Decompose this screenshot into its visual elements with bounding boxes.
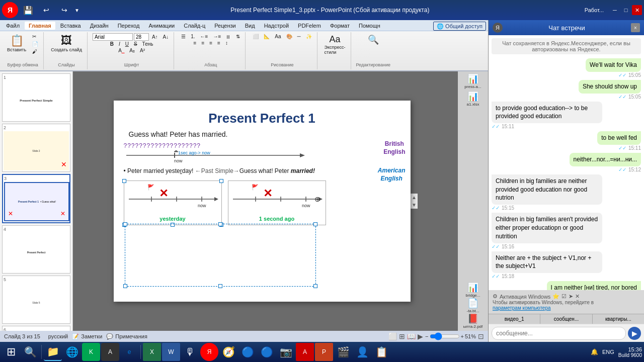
- file-icon-4[interactable]: 📄 -ta.bt...: [460, 298, 486, 313]
- slide-thumb-5[interactable]: 5 Slide 5: [2, 276, 70, 324]
- justify-btn[interactable]: ≡: [215, 40, 222, 46]
- chrome-btn[interactable]: 🔵: [238, 343, 257, 361]
- shapes-btn[interactable]: ⬜: [251, 33, 261, 40]
- comments-tab[interactable]: 💬 Примечания: [106, 333, 147, 340]
- align-center-btn[interactable]: ≡: [199, 40, 206, 46]
- subscript-btn[interactable]: A₂: [127, 47, 137, 54]
- user-btn[interactable]: 👤: [353, 343, 371, 361]
- menu-transitions[interactable]: Переход: [114, 22, 144, 30]
- align-right-btn[interactable]: ≡: [207, 40, 214, 46]
- line-btn[interactable]: ─: [295, 33, 303, 40]
- underline-btn[interactable]: U: [123, 41, 131, 47]
- zoom-slider[interactable]: [430, 332, 460, 340]
- video-tab[interactable]: видео_1: [489, 314, 540, 324]
- slide-thumb-2[interactable]: 2 Slide 2 ✕: [2, 124, 70, 172]
- cut-button[interactable]: ✂: [30, 33, 40, 40]
- slide-scroll-v[interactable]: ▲ ▼: [411, 194, 418, 209]
- top-taskbar[interactable]: Я 💾 ↩ ↪ ▼ Present Perfect Simple1_3.pptx…: [0, 0, 644, 20]
- menu-home[interactable]: Главная: [25, 22, 55, 30]
- file-icon-1[interactable]: 📊 press-a...: [460, 73, 486, 89]
- lang-indicator[interactable]: ENG: [600, 348, 616, 356]
- reading-view-btn[interactable]: 📖: [407, 332, 416, 340]
- italic-btn[interactable]: I: [117, 41, 122, 47]
- quickstyles-btn[interactable]: Aa: [273, 33, 283, 40]
- share-btn[interactable]: 🌐 Общий доступ: [433, 21, 486, 30]
- format-painter-button[interactable]: 🖌: [30, 48, 40, 55]
- fit-slide-btn[interactable]: ⊡: [478, 332, 484, 340]
- chat-input[interactable]: [492, 327, 626, 340]
- slideshow-btn[interactable]: ▶: [418, 332, 423, 340]
- menu-help[interactable]: Помощн: [355, 22, 384, 30]
- menu-pdfelem[interactable]: PDFelem: [294, 22, 325, 30]
- zoom-control[interactable]: − + 51%: [425, 332, 476, 340]
- menu-view[interactable]: Вид: [241, 22, 259, 30]
- clipboard-tb-btn[interactable]: 📋: [372, 343, 390, 361]
- slide-canvas-area[interactable]: Present Perfect 1 Guess what! Peter has …: [73, 71, 458, 331]
- notes-tab[interactable]: 📝 Заметки: [72, 333, 102, 340]
- superscript-btn[interactable]: A²: [138, 47, 147, 54]
- menu-review[interactable]: Рецензи: [210, 22, 240, 30]
- menu-slideshow[interactable]: Слайд-ц: [180, 22, 209, 30]
- decrease-font-btn[interactable]: A↓: [161, 34, 171, 40]
- find-btn[interactable]: 🔍: [366, 33, 381, 46]
- redo-icon[interactable]: ↪: [56, 2, 72, 18]
- paste-button[interactable]: 📋 Вставить: [5, 33, 28, 62]
- file-explorer-btn[interactable]: 📁: [44, 343, 62, 361]
- normal-view-btn[interactable]: ⬜: [388, 332, 397, 340]
- arrange-btn[interactable]: 📐: [262, 33, 272, 40]
- menu-insert[interactable]: Вставка: [56, 22, 85, 30]
- kaspersky-btn[interactable]: K: [82, 343, 100, 361]
- acrobat-btn[interactable]: A: [296, 343, 314, 361]
- effects-btn[interactable]: ✨: [304, 33, 314, 40]
- strikethrough-btn[interactable]: S: [132, 41, 139, 47]
- align-left-btn[interactable]: ≡: [192, 40, 199, 46]
- outer-handle-bm[interactable]: [218, 284, 222, 288]
- menu-format[interactable]: Формат: [326, 22, 354, 30]
- maximize-btn[interactable]: □: [621, 5, 631, 15]
- message-tab[interactable]: сообщен...: [540, 314, 592, 324]
- word-btn[interactable]: W: [162, 343, 180, 361]
- express-styles-btn[interactable]: Aa Экспресс-стили: [323, 33, 348, 56]
- save-icon[interactable]: 💾: [20, 2, 36, 18]
- outer-handle-bl[interactable]: [123, 284, 127, 288]
- menu-design[interactable]: Дизайн: [86, 22, 113, 30]
- slide-thumb-4[interactable]: 4 Present Perfect: [2, 225, 70, 274]
- bullets-btn[interactable]: ☰: [179, 33, 188, 40]
- yandex-tb-btn[interactable]: Я: [200, 343, 218, 361]
- handle-bl[interactable]: [122, 223, 126, 227]
- handle-tl[interactable]: [122, 179, 126, 183]
- numbering-btn[interactable]: 1.: [189, 33, 197, 40]
- zoom-in-btn[interactable]: +: [461, 333, 464, 339]
- customize-qat[interactable]: ▼: [74, 8, 79, 13]
- photos-btn[interactable]: 📷: [277, 343, 295, 361]
- slide-thumb-3[interactable]: 3 Present Perfect 1 • Guess what! ✕ ✕: [2, 174, 70, 223]
- search-btn[interactable]: 🔍: [21, 343, 39, 361]
- podcast-btn[interactable]: 🎙: [181, 343, 199, 361]
- close-btn[interactable]: ✕: [632, 5, 642, 15]
- excel-btn[interactable]: X: [143, 343, 161, 361]
- file-icon-3[interactable]: 📊 bridge...: [460, 282, 486, 298]
- apt-tab[interactable]: квартиры...: [593, 314, 644, 324]
- start-btn[interactable]: ⊞: [2, 343, 20, 361]
- chat-send-btn[interactable]: ▶: [628, 327, 641, 340]
- menu-addins[interactable]: Надстрой: [260, 22, 293, 30]
- shadow-btn[interactable]: Тень: [140, 41, 155, 47]
- zoom-out-btn[interactable]: −: [425, 333, 428, 339]
- text-direction-btn[interactable]: ⇅: [234, 33, 242, 40]
- font-family-input[interactable]: [93, 33, 133, 41]
- menu-animations[interactable]: Анимации: [144, 22, 179, 30]
- chat-close-btn[interactable]: ×: [631, 23, 640, 32]
- bold-btn[interactable]: B: [108, 41, 116, 47]
- minimize-btn[interactable]: ─: [610, 5, 620, 15]
- increase-font-btn[interactable]: A↑: [150, 34, 160, 40]
- font-color-btn[interactable]: A_: [116, 47, 126, 54]
- file-icon-2[interactable]: 📊 a1.xlsx: [460, 91, 486, 107]
- video-btn[interactable]: 🎬: [334, 343, 352, 361]
- fill-color-btn[interactable]: 🎨: [284, 33, 294, 40]
- handle-br[interactable]: [219, 223, 223, 227]
- columns-btn[interactable]: ⫼: [224, 33, 233, 40]
- powerpoint-btn[interactable]: P: [315, 343, 333, 361]
- activision-btn[interactable]: A: [101, 343, 119, 361]
- notification-icon[interactable]: 🔔: [591, 348, 598, 355]
- yandex-icon[interactable]: Я: [2, 2, 18, 18]
